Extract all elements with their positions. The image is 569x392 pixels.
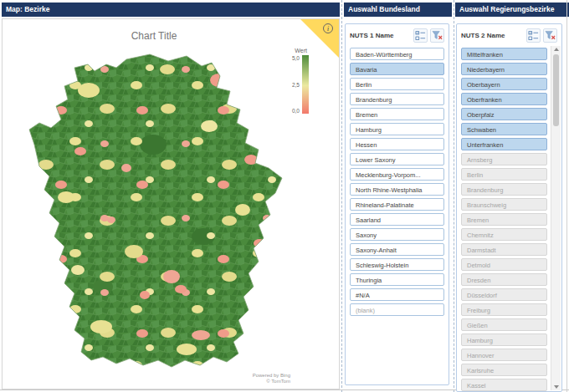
multi-select-icon <box>528 30 539 41</box>
regierungsbezirke-panel-header: Auswahl Regierungsbezirke <box>455 3 569 17</box>
column-separator <box>341 0 342 392</box>
slicer-title: NUTS 1 Name <box>350 32 393 39</box>
bundesland-item-list: Baden-WürttembergBavariaBerlinBrandenbur… <box>346 46 449 316</box>
slicer-item[interactable]: Brandenburg <box>350 93 444 105</box>
slicer-scrollbar[interactable] <box>551 46 561 390</box>
multi-select-button[interactable] <box>413 28 428 43</box>
bundesland-slicer: NUTS 1 Name <box>345 23 449 385</box>
slicer-item[interactable]: Oberpfalz <box>461 108 547 120</box>
slicer-item[interactable]: Oberfranken <box>461 93 547 105</box>
bundesland-panel-header: Auswahl Bundesland <box>344 3 452 17</box>
slicer-item[interactable]: Thuringia <box>350 273 444 286</box>
slicer-item[interactable]: North Rhine-Westphalia <box>350 183 444 196</box>
slicer-item[interactable]: Bremen <box>350 108 444 120</box>
legend-title: Wert <box>272 48 320 53</box>
slicer-item[interactable]: Mittelfranken <box>461 48 547 60</box>
regierungsbezirke-item-list: MittelfrankenNiederbayernOberbayernOberf… <box>457 46 561 391</box>
clear-filter-icon <box>432 30 443 41</box>
slicer-item[interactable]: Saxony <box>350 228 444 241</box>
slicer-item[interactable]: Arnsberg <box>461 153 547 165</box>
slicer-item[interactable]: Bavaria <box>350 63 444 75</box>
slicer-item[interactable]: Gießen <box>461 318 547 331</box>
slicer-item[interactable]: Hamburg <box>350 123 444 135</box>
slicer-item[interactable]: Baden-Württemberg <box>350 48 444 60</box>
slicer-item[interactable]: Berlin <box>461 168 547 181</box>
column-separator <box>454 0 454 392</box>
slicer-item[interactable]: Saxony-Anhalt <box>350 243 444 256</box>
slicer-item[interactable]: Braunschweig <box>461 198 547 211</box>
slicer-item[interactable]: Bremen <box>461 213 547 226</box>
clear-filter-icon <box>545 30 556 41</box>
slicer-item[interactable]: Darmstadt <box>461 243 547 256</box>
regierungsbezirke-slicer: NUTS 2 Name <box>456 23 562 392</box>
slicer-item[interactable]: Kassel <box>461 379 547 391</box>
slicer-item[interactable]: Dresden <box>461 273 547 286</box>
slicer-item[interactable]: Hannover <box>461 349 547 361</box>
attribution-tomtom: © TomTom <box>253 379 290 384</box>
map-chart-panel: Chart Title i Wert 5,0 2,5 0,0 Powered b… <box>2 18 340 389</box>
legend-gradient-bar <box>302 55 309 114</box>
slicer-item[interactable]: Rhineland-Palatinate <box>350 198 444 211</box>
slicer-item[interactable]: Niederbayern <box>461 63 547 75</box>
legend-mid-label: 2,5 <box>292 82 300 88</box>
slicer-item[interactable]: Lower Saxony <box>350 153 444 165</box>
attribution-bing: Powered by Bing <box>253 373 290 379</box>
map-panel-header: Map: Bezirke <box>2 3 340 17</box>
slicer-item[interactable]: Hamburg <box>461 333 547 346</box>
scrollbar-thumb[interactable] <box>553 54 559 126</box>
slicer-item[interactable]: Karlsruhe <box>461 364 547 376</box>
scroll-up-icon[interactable] <box>554 48 559 51</box>
chart-title: Chart Title <box>3 30 305 42</box>
slicer-item[interactable]: Unterfranken <box>461 138 547 150</box>
slicer-title: NUTS 2 Name <box>461 32 505 39</box>
slicer-item[interactable]: Oberbayern <box>461 78 547 90</box>
slicer-item[interactable]: (blank) <box>350 303 444 316</box>
info-icon: i <box>323 23 333 33</box>
slicer-item[interactable]: Freiburg <box>461 303 547 316</box>
scroll-down-icon[interactable] <box>554 385 559 389</box>
slicer-item[interactable]: Berlin <box>350 78 444 90</box>
slicer-item[interactable]: Mecklenburg-Vorpom... <box>350 168 444 181</box>
slicer-item[interactable]: Schleswig-Holstein <box>350 258 444 271</box>
slicer-item[interactable]: Chemnitz <box>461 228 547 241</box>
slicer-item[interactable]: Schwaben <box>461 123 547 135</box>
map-attribution: Powered by Bing © TomTom <box>253 373 290 384</box>
slicer-item[interactable]: Saarland <box>350 213 444 226</box>
slicer-item[interactable]: #N/A <box>350 288 444 301</box>
multi-select-button[interactable] <box>526 28 541 43</box>
dashboard: Map: Bezirke Auswahl Bundesland Auswahl … <box>0 0 569 392</box>
slicer-item[interactable]: Hessen <box>350 138 444 150</box>
legend-min-label: 0,0 <box>292 108 300 114</box>
window-edge <box>566 0 567 392</box>
multi-select-icon <box>415 30 426 41</box>
slicer-item[interactable]: Düsseldorf <box>461 288 547 301</box>
map-legend: Wert 5,0 2,5 0,0 <box>272 48 320 114</box>
slicer-item[interactable]: Brandenburg <box>461 183 547 196</box>
clear-filter-button[interactable] <box>430 28 444 43</box>
clear-filter-button[interactable] <box>543 28 557 43</box>
slicer-item[interactable]: Detmold <box>461 258 547 271</box>
legend-max-label: 5,0 <box>292 55 300 61</box>
